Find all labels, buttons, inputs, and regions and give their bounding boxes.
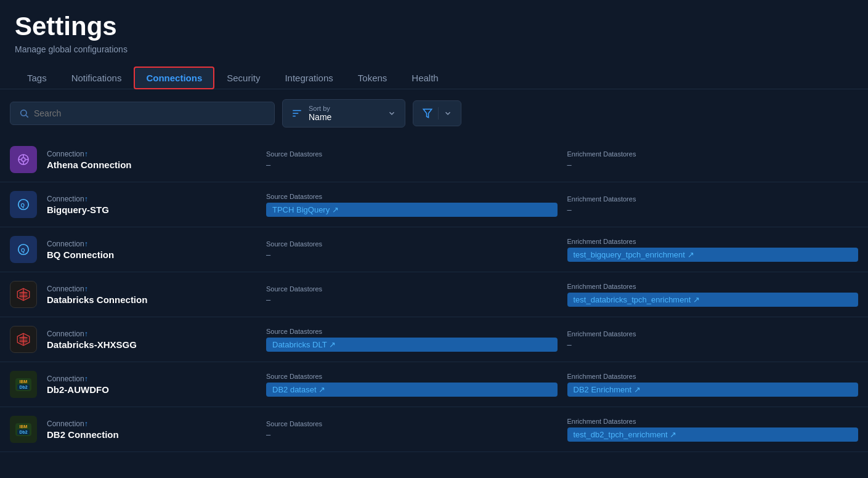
tab-notifications[interactable]: Notifications — [59, 67, 134, 89]
page-header: Settings Manage global configurations — [0, 0, 868, 54]
connection-icon — [10, 146, 37, 173]
connection-info: Connection↑ Databricks Connection — [47, 285, 256, 305]
connection-info: Connection↑ BQ Connection — [47, 240, 256, 260]
connection-type: Connection↑ — [47, 240, 256, 248]
table-row[interactable]: Q Connection↑ BQ Connection Source Datas… — [0, 227, 868, 272]
enrichment-datastores: Enrichment Datastores – — [567, 150, 859, 169]
search-box[interactable] — [10, 102, 275, 125]
sort-dropdown[interactable]: Sort by Name — [282, 99, 405, 128]
enrichment-ds-label: Enrichment Datastores — [567, 330, 859, 338]
enrichment-ds-badge[interactable]: test_bigquery_tpch_enrichment ↗ — [567, 248, 859, 262]
filter-divider — [438, 107, 439, 120]
connection-icon: IBM Db2 — [10, 416, 37, 443]
source-ds-value: – — [266, 430, 558, 439]
source-ds-badge[interactable]: Databricks DLT ↗ — [266, 338, 558, 352]
enrichment-datastores: Enrichment Datastores – — [567, 195, 859, 214]
sort-by-label: Sort by — [309, 105, 331, 112]
connection-icon: IBM Db2 — [10, 371, 37, 398]
source-ds-label: Source Datastores — [266, 285, 558, 293]
enrichment-ds-label: Enrichment Datastores — [567, 150, 859, 158]
enrichment-ds-badge[interactable]: test_databricks_tpch_enrichment ↗ — [567, 293, 859, 307]
table-row[interactable]: Connection↑ Databricks-XHXSGG Source Dat… — [0, 317, 868, 362]
connection-icon: Q — [10, 191, 37, 218]
source-ds-value: – — [266, 295, 558, 304]
source-datastores: Source Datastores TPCH BigQuery ↗ — [266, 193, 558, 217]
search-icon — [19, 108, 29, 118]
connections-list: Connection↑ Athena Connection Source Dat… — [0, 137, 868, 452]
filter-button[interactable] — [413, 100, 461, 126]
connection-name: Athena Connection — [47, 160, 256, 170]
enrichment-ds-badge[interactable]: test_db2_tpch_enrichment ↗ — [567, 427, 859, 442]
source-ds-value: – — [266, 250, 558, 259]
svg-text:Q: Q — [21, 248, 25, 253]
chevron-down-icon — [387, 109, 396, 118]
enrichment-ds-label: Enrichment Datastores — [567, 418, 859, 425]
table-row[interactable]: IBM Db2 Connection↑ DB2 Connection Sourc… — [0, 407, 868, 452]
connection-name: Bigquery-STG — [47, 205, 256, 215]
sort-icon — [291, 108, 302, 119]
svg-point-7 — [22, 158, 25, 161]
enrichment-datastores: Enrichment Datastores DB2 Enrichment ↗ — [567, 373, 859, 397]
source-datastores: Source Datastores – — [266, 150, 558, 169]
connection-type: Connection↑ — [47, 419, 256, 428]
enrichment-datastores: Enrichment Datastores test_db2_tpch_enri… — [567, 418, 859, 442]
enrichment-datastores: Enrichment Datastores – — [567, 330, 859, 349]
filter-chevron-icon — [444, 109, 452, 118]
enrichment-ds-badge[interactable]: DB2 Enrichment ↗ — [567, 383, 859, 397]
connection-type: Connection↑ — [47, 375, 256, 383]
connection-info: Connection↑ DB2 Connection — [47, 419, 256, 440]
source-ds-label: Source Datastores — [266, 328, 558, 335]
source-ds-label: Source Datastores — [266, 420, 558, 427]
svg-line-1 — [26, 115, 28, 118]
table-row[interactable]: Connection↑ Athena Connection Source Dat… — [0, 137, 868, 182]
source-ds-badge[interactable]: TPCH BigQuery ↗ — [266, 203, 558, 217]
svg-marker-5 — [423, 109, 432, 118]
source-datastores: Source Datastores – — [266, 420, 558, 439]
enrichment-ds-value: – — [567, 340, 859, 349]
connection-icon — [10, 326, 37, 353]
connection-info: Connection↑ Db2-AUWDFO — [47, 375, 256, 395]
source-ds-badge[interactable]: DB2 dataset ↗ — [266, 383, 558, 397]
connection-icon — [10, 281, 37, 308]
table-row[interactable]: Connection↑ Databricks Connection Source… — [0, 272, 868, 317]
tab-tokens[interactable]: Tokens — [346, 67, 400, 89]
sort-value: Name — [309, 112, 331, 122]
source-ds-label: Source Datastores — [266, 193, 558, 200]
connection-type: Connection↑ — [47, 195, 256, 203]
table-row[interactable]: IBM Db2 Connection↑ Db2-AUWDFO Source Da… — [0, 362, 868, 407]
connection-type: Connection↑ — [47, 330, 256, 338]
source-ds-label: Source Datastores — [266, 150, 558, 158]
connection-type: Connection↑ — [47, 150, 256, 158]
svg-point-0 — [21, 110, 26, 116]
table-row[interactable]: Q Connection↑ Bigquery-STG Source Datast… — [0, 182, 868, 227]
tab-integrations[interactable]: Integrations — [272, 67, 345, 89]
enrichment-ds-label: Enrichment Datastores — [567, 195, 859, 203]
connection-type: Connection↑ — [47, 285, 256, 293]
enrichment-ds-value: – — [567, 205, 859, 214]
connection-info: Connection↑ Databricks-XHXSGG — [47, 330, 256, 350]
search-input[interactable] — [34, 108, 266, 118]
source-datastores: Source Datastores Databricks DLT ↗ — [266, 328, 558, 352]
tab-security[interactable]: Security — [214, 67, 272, 89]
enrichment-datastores: Enrichment Datastores test_bigquery_tpch… — [567, 238, 859, 262]
svg-text:Q: Q — [20, 203, 25, 208]
source-datastores: Source Datastores DB2 dataset ↗ — [266, 373, 558, 397]
connection-name: DB2 Connection — [47, 429, 256, 440]
connection-icon: Q — [10, 236, 37, 263]
tabs-container: Tags Notifications Connections Security … — [0, 54, 868, 89]
filter-icon — [422, 108, 433, 119]
tab-tags[interactable]: Tags — [15, 67, 59, 89]
tab-connections[interactable]: Connections — [134, 67, 214, 89]
tab-health[interactable]: Health — [399, 67, 450, 89]
connection-name: Db2-AUWDFO — [47, 384, 256, 395]
enrichment-ds-label: Enrichment Datastores — [567, 373, 859, 380]
page-subtitle: Manage global configurations — [15, 44, 853, 54]
enrichment-ds-label: Enrichment Datastores — [567, 283, 859, 290]
connection-info: Connection↑ Athena Connection — [47, 150, 256, 170]
source-ds-label: Source Datastores — [266, 240, 558, 248]
enrichment-datastores: Enrichment Datastores test_databricks_tp… — [567, 283, 859, 307]
source-ds-value: – — [266, 160, 558, 169]
source-datastores: Source Datastores – — [266, 285, 558, 304]
connection-name: Databricks Connection — [47, 294, 256, 305]
enrichment-ds-label: Enrichment Datastores — [567, 238, 859, 245]
